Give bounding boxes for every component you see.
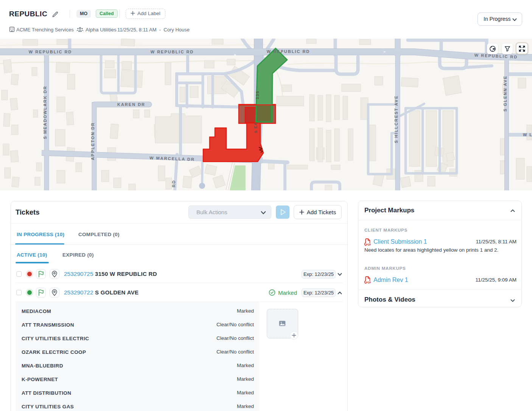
svg-text:S MEADOWLARK DR: S MEADOWLARK DR <box>43 86 47 139</box>
svg-text:S GLENN AVE: S GLENN AVE <box>503 75 507 111</box>
svg-text:W REPUBLIC RD: W REPUBLIC RD <box>151 50 194 54</box>
svg-text:APPLETON DR: APPLETON DR <box>90 122 95 160</box>
svg-text:S HILLCREST AVE: S HILLCREST AVE <box>394 95 398 143</box>
svg-text:135: 135 <box>255 90 260 99</box>
svg-text:S EA: S EA <box>253 122 258 133</box>
svg-text:RD: RD <box>171 180 176 187</box>
svg-text:KAREN DR: KAREN DR <box>117 102 145 107</box>
svg-text:W L: W L <box>523 132 532 137</box>
svg-text:W REPUBLIC RD: W REPUBLIC RD <box>29 50 72 54</box>
svg-text:PDF: PDF <box>366 243 371 246</box>
svg-text:W REPUBLIC RD: W REPUBLIC RD <box>267 49 310 54</box>
svg-text:PDF: PDF <box>366 281 371 284</box>
